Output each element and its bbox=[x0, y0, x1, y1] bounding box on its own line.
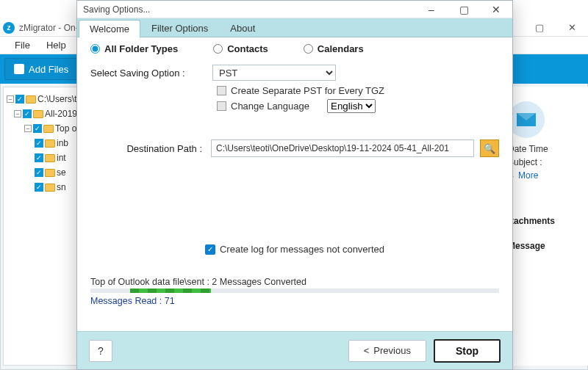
change-language-row[interactable]: Change Language English bbox=[87, 98, 502, 115]
add-files-button[interactable]: Add Files bbox=[4, 58, 78, 80]
radio-contacts[interactable]: Contacts bbox=[213, 43, 268, 54]
main-maximize-button[interactable]: ▢ bbox=[523, 19, 556, 37]
add-files-icon bbox=[14, 64, 24, 74]
progress-bar bbox=[90, 289, 499, 293]
folder-icon bbox=[45, 139, 55, 148]
separate-pst-checkbox-row[interactable]: Create Separate PST for Every TGZ bbox=[87, 84, 502, 98]
checkbox-checked-icon[interactable]: ✓ bbox=[205, 244, 215, 255]
messages-read-text: Messages Read : 71 bbox=[90, 296, 499, 306]
change-language-label: Change Language bbox=[231, 101, 309, 112]
preview-panel: Date Time Subject : ⌄ More ttachments Me… bbox=[500, 87, 588, 366]
progress-status-text: Top of Outlook data file\sent : 2 Messag… bbox=[90, 277, 499, 287]
folder-icon bbox=[45, 154, 55, 162]
create-log-row[interactable]: ✓ Create log for messages not converted bbox=[87, 244, 502, 255]
search-icon: 🔍 bbox=[484, 143, 495, 154]
separate-pst-label: Create Separate PST for Every TGZ bbox=[231, 85, 384, 96]
folder-icon bbox=[33, 110, 43, 118]
checkbox-icon[interactable] bbox=[217, 101, 226, 111]
stop-button[interactable]: Stop bbox=[434, 339, 501, 363]
expand-icon[interactable]: – bbox=[14, 110, 21, 117]
preview-tab-attachments[interactable]: ttachments bbox=[508, 216, 581, 226]
browse-button[interactable]: 🔍 bbox=[480, 139, 499, 157]
add-files-label: Add Files bbox=[29, 64, 68, 75]
radio-calendars-input[interactable] bbox=[304, 44, 313, 54]
destination-path-input[interactable] bbox=[211, 139, 474, 157]
help-button[interactable]: ? bbox=[89, 340, 112, 362]
checkbox-icon[interactable]: ✓ bbox=[23, 109, 32, 118]
progress-block: Top of Outlook data file\sent : 2 Messag… bbox=[87, 277, 502, 306]
destination-path-label: Destination Path : bbox=[90, 143, 205, 154]
main-title: zMigrator - On- bbox=[19, 23, 79, 33]
checkbox-icon[interactable]: ✓ bbox=[35, 139, 43, 148]
folder-type-radios: All Folder Types Contacts Calendars bbox=[87, 43, 502, 62]
dialog-titlebar: Saving Options... – ▢ ✕ bbox=[77, 1, 512, 18]
saving-options-dialog: Saving Options... – ▢ ✕ Welcome Filter O… bbox=[76, 0, 513, 370]
menu-file[interactable]: File bbox=[7, 37, 37, 53]
preview-tab-message[interactable]: Message bbox=[508, 241, 581, 251]
radio-calendars[interactable]: Calendars bbox=[304, 43, 364, 54]
saving-option-row: Select Saving Option : PST bbox=[87, 62, 502, 84]
dialog-body: All Folder Types Contacts Calendars Sele… bbox=[77, 37, 512, 331]
chevron-left-icon: < bbox=[364, 345, 370, 356]
app-icon: z bbox=[3, 22, 15, 34]
previous-button[interactable]: < Previous bbox=[348, 340, 426, 362]
preview-datetime-label: Date Time bbox=[508, 144, 581, 154]
folder-icon bbox=[45, 184, 55, 192]
folder-icon bbox=[45, 169, 55, 177]
dialog-title: Saving Options... bbox=[83, 4, 150, 15]
main-close-button[interactable]: ✕ bbox=[556, 19, 588, 37]
checkbox-icon[interactable]: ✓ bbox=[35, 153, 43, 162]
folder-icon bbox=[26, 95, 36, 104]
folder-icon bbox=[43, 125, 54, 133]
progress-fill bbox=[130, 289, 211, 293]
language-select[interactable]: English bbox=[327, 99, 376, 113]
checkbox-icon[interactable]: ✓ bbox=[15, 95, 24, 104]
saving-option-label: Select Saving Option : bbox=[90, 68, 205, 79]
checkbox-icon[interactable] bbox=[217, 86, 226, 95]
menu-help[interactable]: Help bbox=[39, 37, 74, 53]
dialog-minimize-button[interactable]: – bbox=[415, 1, 448, 18]
tab-welcome[interactable]: Welcome bbox=[79, 20, 140, 37]
dialog-tabs: Welcome Filter Options About bbox=[77, 18, 512, 37]
preview-more-link[interactable]: ⌄ More bbox=[508, 170, 581, 181]
saving-option-select[interactable]: PST bbox=[212, 65, 336, 81]
tab-about[interactable]: About bbox=[219, 19, 266, 37]
mail-icon bbox=[508, 101, 545, 138]
tab-filter-options[interactable]: Filter Options bbox=[140, 19, 219, 37]
dialog-footer: ? < Previous Stop bbox=[77, 331, 512, 369]
destination-path-row: Destination Path : 🔍 bbox=[87, 115, 502, 157]
dialog-maximize-button[interactable]: ▢ bbox=[448, 1, 480, 18]
checkbox-icon[interactable]: ✓ bbox=[35, 183, 43, 192]
create-log-label: Create log for messages not converted bbox=[220, 244, 384, 255]
radio-all-input[interactable] bbox=[90, 44, 100, 54]
checkbox-icon[interactable]: ✓ bbox=[33, 124, 42, 133]
expand-icon[interactable]: – bbox=[24, 125, 32, 132]
dialog-close-button[interactable]: ✕ bbox=[480, 1, 512, 18]
radio-all-folder-types[interactable]: All Folder Types bbox=[90, 43, 178, 54]
preview-subject-label: Subject : bbox=[508, 157, 581, 167]
checkbox-icon[interactable]: ✓ bbox=[35, 168, 43, 177]
expand-icon[interactable]: – bbox=[7, 95, 14, 103]
radio-contacts-input[interactable] bbox=[213, 44, 223, 54]
